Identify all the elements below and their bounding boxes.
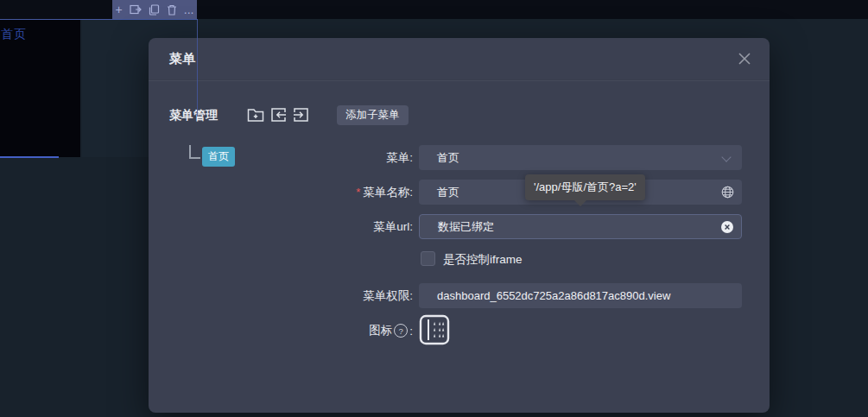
clear-icon[interactable] (721, 221, 733, 236)
icon-field-label: 图标?: (149, 323, 413, 338)
add-submenu-button[interactable]: 添加子菜单 (337, 105, 409, 125)
move-out-icon[interactable] (293, 107, 309, 126)
more-icon[interactable]: ... (184, 0, 194, 19)
dialog-title: 菜单 (169, 38, 195, 79)
help-icon[interactable]: ? (394, 324, 408, 338)
close-icon[interactable] (737, 51, 752, 66)
iframe-checkbox-label: 是否控制iframe (443, 252, 523, 268)
selection-border-bottom (0, 156, 59, 158)
menu-select-value: 首页 (437, 150, 459, 166)
move-in-icon[interactable] (270, 107, 287, 126)
iframe-checkbox[interactable] (421, 251, 435, 266)
element-toolbar: + ... (112, 0, 197, 19)
menu-select-label: 菜单: (149, 150, 413, 166)
export-icon[interactable] (130, 4, 142, 15)
menu-dialog: 菜单 菜单管理 添加子菜单 首页 菜单: 首页 (149, 38, 770, 413)
canvas-page-link[interactable]: 首页 (1, 27, 27, 42)
menu-url-label: 菜单url: (149, 219, 413, 235)
menu-permission-value: dashboard_6552dc725a2a86d817ac890d.view (437, 289, 670, 302)
menu-name-value: 首页 (437, 185, 459, 200)
menu-permission-label: 菜单权限: (149, 288, 413, 304)
add-icon[interactable]: + (116, 0, 123, 19)
menu-url-input[interactable]: 数据已绑定 (419, 214, 742, 239)
selection-border-right (197, 19, 198, 117)
menu-name-label: *菜单名称: (149, 185, 413, 200)
tree-toolbar (247, 107, 309, 126)
tooltip-caret (574, 200, 586, 206)
menu-url-value: 数据已绑定 (438, 219, 494, 235)
chevron-down-icon (721, 152, 731, 161)
add-folder-icon[interactable] (247, 107, 264, 126)
copy-icon[interactable] (149, 4, 160, 16)
icon-picker-button[interactable] (419, 314, 450, 345)
selection-border-top (0, 19, 198, 20)
menu-select[interactable]: 首页 (419, 145, 742, 170)
globe-icon[interactable] (721, 186, 734, 201)
url-tooltip-text: '/app/母版/首页?a=2' (534, 180, 637, 193)
trash-icon[interactable] (167, 4, 177, 16)
menu-manage-label: 菜单管理 (169, 108, 218, 123)
dialog-header: 菜单 (149, 38, 770, 80)
canvas-side-panel: 首页 (0, 20, 80, 157)
required-asterisk: * (356, 186, 360, 199)
menu-permission-input[interactable]: dashboard_6552dc725a2a86d817ac890d.view (419, 283, 742, 308)
url-tooltip: '/app/母版/首页?a=2' (525, 174, 645, 200)
